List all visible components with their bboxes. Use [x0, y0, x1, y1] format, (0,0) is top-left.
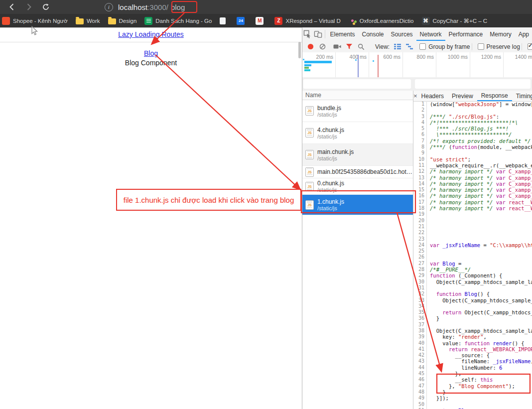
bookmark-doc[interactable] — [220, 17, 229, 24]
filmstrip-band — [302, 77, 532, 91]
line-number: 25 — [413, 248, 427, 254]
timeline-tick-label: 200 ms — [305, 54, 333, 60]
response-tab-response[interactable]: Response — [477, 91, 512, 101]
code-text: /* harmony import */ var react__WEBPA — [430, 199, 532, 205]
network-row-4-chunk-js[interactable]: JS4.chunk.js/static/js — [302, 122, 413, 144]
folder-icon — [76, 18, 84, 24]
bookmark-24[interactable]: 24 — [237, 17, 248, 25]
network-row-bundle-js[interactable]: JSbundle.js/static/js — [302, 100, 413, 122]
code-text: /***/ (function(module, __webpack_exp — [430, 144, 532, 150]
device-toolbar-icon[interactable] — [313, 27, 323, 41]
cal24-icon: 24 — [237, 17, 245, 25]
search-icon[interactable] — [355, 43, 367, 50]
request-list-header[interactable]: Name — [302, 91, 413, 100]
code-text: /***/ "./src/Blog.js": — [430, 114, 499, 120]
response-code-viewer[interactable]: 1(window["webpackJsonp"] = window["web23… — [413, 101, 532, 409]
bookmark-m[interactable]: M — [256, 17, 266, 25]
code-token: } — [430, 389, 446, 395]
close-icon[interactable]: × — [413, 91, 417, 101]
blog-link[interactable]: Blog — [144, 49, 158, 57]
code-token: Blog — [439, 261, 455, 267]
devtools-tab-performance[interactable]: Performance — [445, 27, 487, 41]
line-number: 44 — [413, 365, 427, 371]
code-token: var — [430, 261, 439, 267]
response-tab-preview[interactable]: Preview — [448, 91, 477, 101]
forward-arrow-icon[interactable] — [24, 2, 34, 12]
response-tab-bar: × HeadersPreviewResponseTiming — [413, 91, 532, 102]
network-row-0-chunk-js[interactable]: JS0.chunk.js/static/js — [302, 178, 413, 195]
divider — [0, 42, 302, 42]
code-token: /* harmony import */ — [430, 181, 496, 187]
request-path: /static/js — [317, 134, 344, 139]
code-text: (window["webpackJsonp"] = window["web — [430, 101, 532, 107]
line-number: 41 — [413, 346, 427, 352]
code-token — [430, 291, 436, 297]
camera-icon[interactable] — [331, 43, 343, 50]
code-line: 6 \**********************/ — [413, 132, 532, 137]
address-bar[interactable]: i localhost:3000/blog — [105, 2, 187, 12]
bookmark-work[interactable]: Work — [76, 17, 100, 24]
back-arrow-icon[interactable] — [7, 2, 17, 12]
code-token: value: — [430, 340, 465, 346]
view-small-rows-icon[interactable] — [392, 43, 403, 50]
code-text: } — [430, 389, 446, 395]
record-button[interactable] — [304, 43, 316, 50]
code-token: "./src/Blog.js" — [449, 114, 496, 120]
filter-funnel-icon[interactable] — [343, 43, 355, 50]
network-row-main-chunk-js[interactable]: JSmain.chunk.js/static/js — [302, 144, 413, 166]
code-token: ); — [509, 383, 515, 389]
timeline-bar — [304, 64, 311, 66]
bookmark-danh-sach-hang-go[interactable]: Danh Sach Hang - Go — [144, 17, 212, 25]
code-token: /*!**********************!*\ — [430, 120, 518, 126]
request-text: bundle.js/static/js — [317, 105, 341, 118]
filmstrip-lane — [415, 79, 531, 89]
network-row-main-b0f25435886dbea50d1c-hot-up[interactable]: JSmain.b0f25435886dbea50d1c.hot-up... — [302, 166, 413, 178]
bookmark-shopee-k-nh-ng[interactable]: Shopee - Kênh Ngườ — [2, 17, 68, 25]
devtools-tab-memory[interactable]: Memory — [486, 27, 515, 41]
checkbox-disable-cache[interactable] — [528, 43, 532, 50]
devtools-tab-elements[interactable]: Elements — [326, 27, 358, 41]
clear-icon[interactable] — [316, 43, 328, 50]
devtools-tab-console[interactable]: Console — [359, 27, 388, 41]
timeline-gridline — [503, 52, 504, 77]
network-overview-timeline[interactable]: 200 ms400 ms600 ms800 ms1000 ms1200 ms14… — [302, 52, 532, 78]
devtools-tab-sources[interactable]: Sources — [388, 27, 416, 41]
response-tab-headers[interactable]: Headers — [417, 91, 448, 101]
network-row-1-chunk-js[interactable]: JS1.chunk.js/static/js — [302, 195, 413, 215]
devtools-tab-app[interactable]: App — [515, 27, 532, 41]
bookmark-copychar-c-c[interactable]: ⌘CopyChar - ⌘+C – C — [422, 17, 488, 25]
timeline-gridline — [402, 52, 403, 77]
devtools-tab-network[interactable]: Network — [416, 27, 445, 41]
divider — [325, 30, 325, 38]
inspect-element-icon[interactable] — [302, 27, 313, 41]
bookmark-xrespond-virtual-d[interactable]: ZXRespond – Virtual D — [274, 17, 340, 25]
annotation-note: file 1.chunk.js chỉ được load khi click … — [116, 189, 301, 211]
code-line: 31 — [413, 285, 532, 291]
response-tab-timing[interactable]: Timing — [512, 91, 532, 101]
oxford-icon — [349, 17, 357, 25]
checkbox-label-preserve-log: Preserve log — [487, 43, 520, 50]
code-token: var — [496, 205, 506, 211]
code-token: Blog — [465, 291, 477, 297]
lazy-loading-routes-link[interactable]: Lazy Loading Routes — [118, 30, 184, 38]
timeline-tick-label: 1000 ms — [440, 54, 468, 60]
line-number: 40 — [413, 340, 427, 346]
info-icon[interactable]: i — [105, 3, 113, 11]
line-number: 7 — [413, 138, 427, 144]
line-number: 13 — [413, 175, 427, 181]
code-token: "C:\\xampp\\htdocs — [490, 242, 532, 248]
code-text: Object(C_xampp_htdocs_sample_lazy_l — [430, 328, 532, 334]
code-line: 7/*! exports provided: default */ — [413, 138, 532, 144]
scrollbar-thumb[interactable] — [298, 42, 301, 58]
view-waterfall-icon[interactable] — [403, 43, 415, 50]
timeline-bar — [355, 59, 357, 61]
bookmark-oxfordlearnersdictio[interactable]: OxfordLearnersDictio — [349, 17, 414, 25]
checkbox-preserve-log[interactable] — [478, 43, 484, 50]
code-text: "use strict"; — [430, 156, 471, 162]
reload-icon[interactable] — [41, 2, 51, 12]
code-text: lineNumber: 6 — [430, 365, 502, 371]
code-line: 9 — [413, 150, 532, 156]
checkbox-group-by-frame[interactable] — [419, 43, 426, 50]
line-number: 33 — [413, 297, 427, 303]
bookmark-design[interactable]: Design — [108, 17, 137, 24]
